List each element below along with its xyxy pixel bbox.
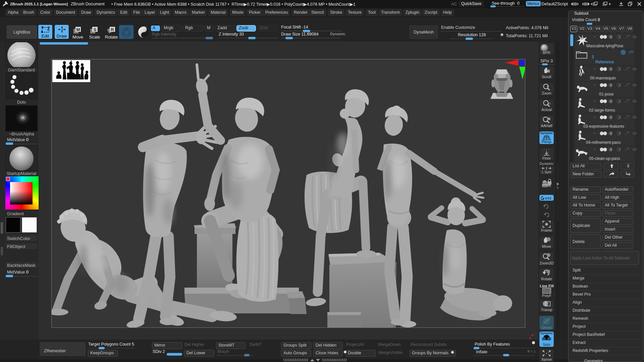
svg-text:x1: x1 bbox=[548, 102, 551, 105]
svg-text:XYZ: XYZ bbox=[545, 196, 551, 200]
svg-text:M: M bbox=[76, 27, 80, 32]
svg-text:Y: Y bbox=[531, 350, 533, 353]
svg-text:Y: Y bbox=[547, 206, 549, 209]
svg-text:R: R bbox=[111, 27, 114, 32]
svg-text:Z: Z bbox=[534, 350, 536, 353]
svg-text:Z: Z bbox=[547, 215, 549, 218]
svg-text:S: S bbox=[94, 27, 97, 32]
